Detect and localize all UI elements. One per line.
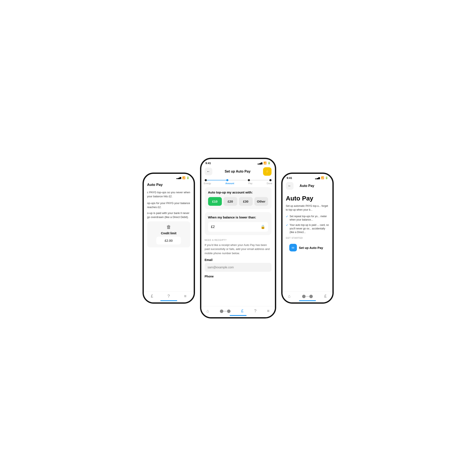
lightning-icon: ⚡ (265, 169, 270, 174)
step-line-1 (207, 180, 226, 180)
right-back-button[interactable]: ← (286, 182, 293, 190)
right-nav-bar: ← Auto Pay (283, 180, 332, 192)
right-battery-icon: 🔋 (325, 176, 328, 179)
amount-grid: £10 £20 £30 Other (208, 197, 268, 206)
left-content: Auto Pay c PAYG top-ups so you never whe… (144, 180, 194, 250)
center-home-indicator (230, 315, 247, 316)
center-status-icons: ▂▄▆ 📶 🔋 (257, 162, 271, 165)
right-nav-title: Auto Pay (300, 184, 314, 188)
lock-icon: 🔒 (260, 224, 265, 229)
center-time: 9:41 (205, 162, 211, 165)
center-nav-menu[interactable]: ≡ (267, 308, 270, 314)
left-body-text-3: o-up is paid with your bank ll never go … (147, 211, 190, 219)
email-label: Email (205, 258, 272, 262)
right-status-icons: ▂▄▆ 📶 🔋 (315, 176, 328, 179)
battery-icon: 🔋 (186, 176, 189, 179)
left-nav-pound[interactable]: £ (151, 294, 153, 299)
left-nav-help[interactable]: ? (168, 294, 170, 299)
stepper (201, 178, 275, 181)
center-nav-home[interactable]: ⌂ (206, 308, 209, 314)
right-phone: 9:41 ▂▄▆ 📶 🔋 ← Auto Pay Auto Pay Set up … (281, 172, 334, 304)
center-wifi-icon: 📶 (263, 162, 267, 165)
step-amount-dot (226, 179, 228, 181)
checkmark-icon-2: ✓ (286, 223, 288, 227)
back-arrow-icon: ← (207, 170, 210, 173)
balance-card: When my balance is lower than: £2 🔒 (205, 212, 272, 235)
right-status-bar: 9:41 ▂▄▆ 📶 🔋 (283, 174, 332, 180)
left-nav-menu[interactable]: ≡ (184, 294, 187, 299)
credit-section: 🗑 Credit limit £2.00 (147, 221, 190, 247)
setup-btn-text: Set up Auto Pay (299, 246, 323, 250)
right-back-arrow-icon: ← (288, 184, 291, 188)
center-status-bar: 9:41 ▂▄▆ 📶 🔋 (201, 159, 275, 166)
step-names: Energy Amount Pay Done (201, 181, 275, 187)
receipt-label: NEED A RECEIPT? (205, 239, 272, 241)
center-content: Auto top-up my account with: £10 £20 £30… (201, 187, 275, 307)
center-help-icon: ? (254, 308, 256, 313)
amount-other-button[interactable]: Other (255, 197, 268, 206)
screen-container: ▂▄▆ 📶 🔋 Auto Pay c PAYG top-ups so you n… (122, 158, 354, 319)
check-item-1: ✓ Set repeat top-ups for yo... meter whe… (286, 215, 329, 222)
center-battery-icon: 🔋 (268, 162, 271, 165)
left-home-indicator (160, 300, 177, 301)
left-status-bar: ▂▄▆ 📶 🔋 (144, 174, 194, 180)
right-connect-icon: ⬤—⬤ (302, 294, 313, 298)
right-nav-pound[interactable]: £ (324, 294, 327, 299)
check-text-2: Your auto top-up is paid ... card, so yo… (290, 223, 329, 234)
center-signal-icon: ▂▄▆ (257, 162, 262, 164)
get-started-label: GET STARTED (286, 237, 329, 239)
email-input[interactable] (205, 263, 272, 272)
right-nav-connect[interactable]: ⬤—⬤ (302, 294, 313, 299)
trash-icon: 🗑 (166, 224, 171, 230)
pound-icon: £ (151, 294, 153, 299)
center-nav-pound[interactable]: £ (241, 308, 244, 314)
right-main-title: Auto Pay (286, 195, 329, 202)
credit-value: £2.00 (156, 237, 181, 244)
signal-icon: ▂▄▆ (176, 177, 181, 179)
right-content: Auto Pay Set up automatic PAYG top-u... … (283, 192, 332, 257)
step-pay-dot (248, 179, 250, 181)
left-nav: Auto Pay (147, 183, 190, 187)
center-phone: 9:41 ▂▄▆ 📶 🔋 ← Set up Auto Pay ⚡ (200, 158, 276, 319)
right-nav-home[interactable]: ⌂ (288, 294, 290, 299)
right-pound-icon: £ (324, 294, 327, 299)
amount-20-button[interactable]: £20 (223, 197, 237, 206)
left-body-text-1: c PAYG top-ups so you never when your ba… (147, 190, 190, 199)
step-name-done: Done (267, 182, 272, 185)
right-home-icon: ⌂ (288, 294, 290, 299)
connect-icon: ⬤—⬤ (220, 309, 231, 313)
lightning-button[interactable]: ⚡ (263, 167, 272, 176)
amount-10-button[interactable]: £10 (208, 197, 222, 206)
receipt-section: NEED A RECEIPT? If you'd like a receipt … (205, 238, 272, 281)
center-nav-connect[interactable]: ⬤—⬤ (220, 309, 231, 313)
step-name-pay: Pay (248, 182, 253, 185)
center-nav-help[interactable]: ? (254, 308, 256, 314)
left-body-text-2: op-ups for your PAYG your balance reache… (147, 201, 190, 209)
step-name-amount: Amount (225, 182, 234, 185)
menu-icon: ≡ (184, 294, 187, 299)
amount-30-button[interactable]: £30 (239, 197, 253, 206)
home-icon: ⌂ (206, 308, 209, 313)
back-button[interactable]: ← (205, 168, 212, 175)
center-menu-icon: ≡ (267, 308, 270, 313)
top-up-card: Auto top-up my account with: £10 £20 £30… (205, 187, 272, 209)
balance-title: When my balance is lower than: (208, 216, 268, 219)
left-phone: ▂▄▆ 📶 🔋 Auto Pay c PAYG top-ups so you n… (142, 172, 195, 304)
left-status-icons: ▂▄▆ 📶 🔋 (176, 176, 189, 179)
step-line-3 (250, 180, 269, 180)
credit-label: Credit limit (161, 232, 176, 235)
step-energy-dot (205, 179, 207, 181)
step-line-2 (228, 180, 248, 180)
right-time: 9:41 (287, 176, 292, 180)
setup-autopay-button[interactable]: ∞ Set up Auto Pay (286, 241, 329, 255)
center-nav-title: Set up Auto Pay (224, 170, 250, 173)
right-home-indicator (299, 300, 316, 301)
center-bottom-nav: ⌂ ⬤—⬤ £ ? ≡ (201, 306, 275, 317)
infinity-icon: ∞ (289, 244, 297, 252)
top-up-title: Auto top-up my account with: (208, 190, 268, 194)
balance-input-row: £2 🔒 (208, 222, 268, 232)
left-bottom-nav: £ ? ≡ (144, 291, 194, 302)
step-name-energy: Energy (204, 182, 211, 185)
center-nav-bar: ← Set up Auto Pay ⚡ (201, 166, 275, 178)
wifi-icon: 📶 (182, 176, 186, 179)
